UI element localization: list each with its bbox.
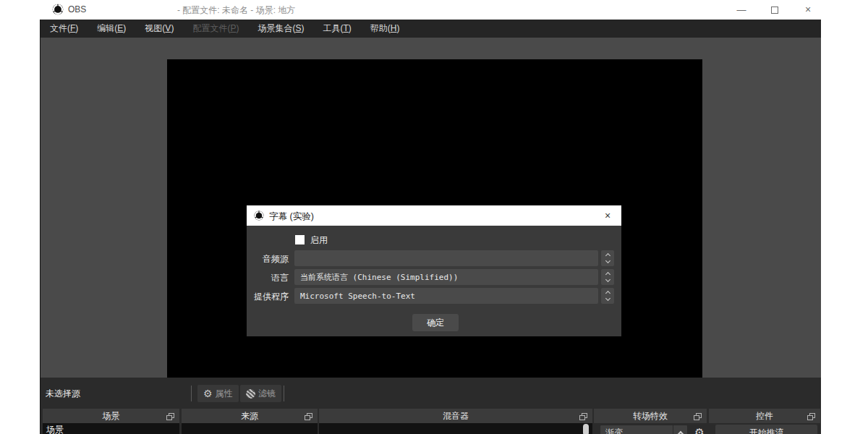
scenes-list: 场景 [43, 423, 179, 434]
transitions-dock-title: 转场特效 [633, 410, 668, 422]
sources-list [182, 423, 318, 434]
spinner-down-icon [605, 277, 610, 282]
provider-row: 提供程序 Microsoft Speech-to-Text [247, 288, 621, 304]
maximize-icon [771, 7, 778, 14]
window-title: - 配置文件: 未命名 - 场景: 地方 [177, 4, 295, 17]
minimize-button[interactable]: — [725, 0, 758, 20]
transitions-dock: 转场特效 渐变 ⚙ [594, 409, 707, 434]
provider-select[interactable]: Microsoft Speech-to-Text [294, 288, 598, 304]
controls-dock-header[interactable]: 控件 [709, 409, 820, 423]
transitions-dock-header[interactable]: 转场特效 [594, 409, 707, 423]
filters-button[interactable]: 滤镜 [240, 385, 281, 402]
maximize-button[interactable] [758, 0, 791, 20]
menu-item-file[interactable]: 文件(F) [41, 20, 88, 38]
language-select[interactable]: 当前系统语言 (Chinese (Simplified)) [294, 269, 598, 285]
transition-settings-button[interactable]: ⚙ [692, 425, 707, 434]
transition-value: 渐变 [600, 427, 673, 434]
menu-item-view[interactable]: 视图(V) [135, 20, 183, 38]
audio-source-row: 音频源 [247, 250, 621, 266]
no-source-label: 未选择源 [46, 388, 80, 400]
menu-item-tools[interactable]: 工具(T) [313, 20, 360, 38]
mixer-dock-header[interactable]: 混音器 [319, 409, 592, 423]
menu-bar: 文件(F) 编辑(E) 视图(V) 配置文件(P) 场景集合(S) 工具(T) … [41, 20, 821, 38]
scene-list-item[interactable]: 场景 [43, 423, 179, 434]
enable-label: 启用 [310, 234, 328, 247]
dialog-titlebar[interactable]: 字幕 (实验) × [247, 205, 621, 226]
spinner-down-icon [605, 296, 610, 301]
sources-dock: 来源 [182, 409, 318, 434]
dock-float-icon[interactable] [809, 413, 815, 418]
filter-icon [246, 389, 255, 399]
scenes-dock-header[interactable]: 场景 [43, 409, 179, 423]
app-name: OBS [68, 4, 86, 14]
audio-source-select[interactable] [294, 250, 598, 266]
controls-dock: 控件 开始推流 [709, 409, 820, 434]
dialog-close-button[interactable]: × [601, 209, 614, 222]
provider-spinner[interactable] [601, 288, 614, 304]
obs-logo-icon [52, 4, 64, 18]
scenes-dock-title: 场景 [103, 410, 120, 422]
captions-dialog: 字幕 (实验) × 启用 音频源 语言 当前系统语言 (Chinese (Sim… [246, 205, 622, 336]
menu-item-profile[interactable]: 配置文件(P) [183, 20, 248, 38]
transition-dropdown-arrow[interactable] [673, 425, 687, 434]
gear-icon: ⚙ [203, 388, 213, 399]
dialog-body: 启用 音频源 语言 当前系统语言 (Chinese (Simplified)) … [247, 226, 621, 336]
menu-item-scene-collection[interactable]: 场景集合(S) [248, 20, 313, 38]
close-button[interactable]: × [791, 0, 825, 20]
provider-label: 提供程序 [247, 291, 289, 303]
mixer-scrollbar[interactable] [583, 424, 589, 434]
scenes-dock: 场景 场景 [43, 409, 179, 434]
os-titlebar: OBS - 配置文件: 未命名 - 场景: 地方 — × [0, 0, 868, 20]
dock-area: 场景 场景 来源 混音器 转场特效 [41, 405, 821, 434]
menu-item-help[interactable]: 帮助(H) [361, 20, 409, 38]
toolbar-separator [284, 386, 284, 401]
audio-source-spinner[interactable] [601, 250, 614, 266]
language-row: 语言 当前系统语言 (Chinese (Simplified)) [247, 269, 621, 285]
sources-dock-title: 来源 [241, 410, 258, 422]
audio-source-label: 音频源 [247, 253, 289, 265]
toolbar-separator [191, 386, 192, 401]
obs-logo-icon [254, 210, 264, 224]
transitions-body: 渐变 ⚙ [594, 423, 707, 434]
spinner-down-icon [605, 258, 610, 263]
sources-dock-header[interactable]: 来源 [182, 409, 318, 423]
dock-float-icon[interactable] [582, 413, 587, 418]
chevron-up-icon [677, 431, 683, 434]
dock-float-icon[interactable] [169, 413, 174, 418]
mixer-dock-title: 混音器 [443, 410, 469, 422]
controls-dock-title: 控件 [756, 410, 773, 422]
mixer-body [319, 423, 592, 434]
dock-float-icon[interactable] [696, 413, 702, 418]
controls-body: 开始推流 [709, 423, 820, 434]
start-streaming-button[interactable]: 开始推流 [715, 425, 817, 434]
dialog-title: 字幕 (实验) [269, 210, 314, 223]
ok-button[interactable]: 确定 [412, 314, 459, 331]
mixer-dock: 混音器 [319, 409, 592, 434]
transition-select[interactable]: 渐变 [600, 425, 688, 434]
enable-checkbox[interactable] [295, 235, 305, 244]
properties-button[interactable]: ⚙ 属性 [197, 385, 239, 402]
language-label: 语言 [247, 272, 289, 284]
dock-float-icon[interactable] [307, 413, 312, 418]
source-toolbar: 未选择源 ⚙ 属性 滤镜 [41, 378, 821, 405]
menu-item-edit[interactable]: 编辑(E) [88, 20, 135, 38]
language-spinner[interactable] [601, 269, 614, 285]
